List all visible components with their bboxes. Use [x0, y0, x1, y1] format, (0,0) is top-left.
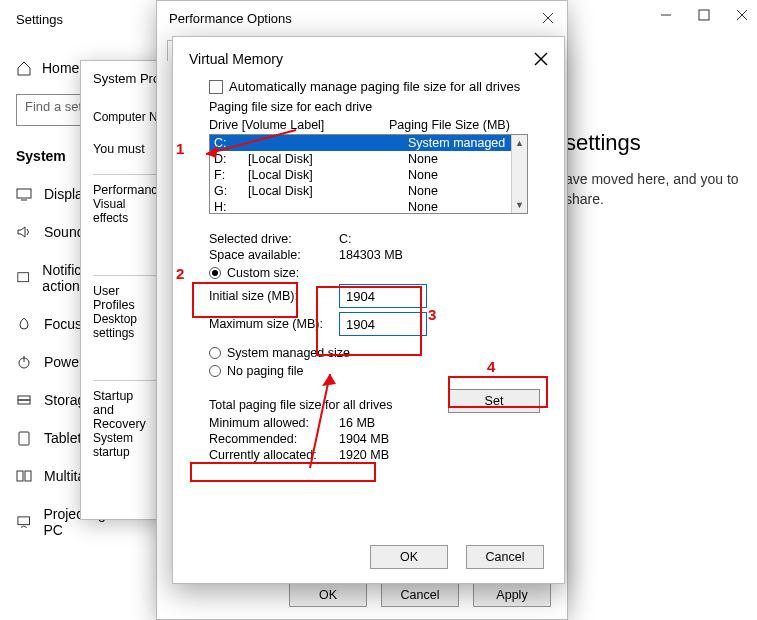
- no-paging-radio-row[interactable]: No paging file: [209, 364, 528, 378]
- drive-label: [Local Disk]: [248, 168, 408, 182]
- col-size: Paging File Size (MB): [389, 118, 510, 132]
- set-button[interactable]: Set: [448, 389, 540, 413]
- perfopt-title: Performance Options: [169, 11, 292, 26]
- ok-button[interactable]: OK: [370, 545, 448, 569]
- initial-size-label: Initial size (MB):: [209, 289, 339, 303]
- drive-size: System managed: [408, 136, 523, 150]
- startup-heading: Startup and Recovery: [93, 389, 157, 431]
- svg-rect-6: [18, 273, 29, 282]
- drive-size: None: [408, 152, 523, 166]
- paging-section-label: Paging file size for each drive: [209, 100, 548, 114]
- space-available-row: Space available: 184303 MB: [209, 248, 528, 262]
- startup-section: Startup and Recovery System startup: [93, 380, 157, 459]
- perf-section: Performance Visual effects: [93, 174, 157, 225]
- system-managed-radio-row[interactable]: System managed size: [209, 346, 528, 360]
- svg-rect-11: [19, 432, 29, 445]
- svg-rect-9: [18, 396, 30, 400]
- scroll-down-icon[interactable]: ▼: [512, 197, 527, 213]
- drive-row[interactable]: C: System managed: [210, 135, 527, 151]
- sysprops-tab[interactable]: Computer Name: [93, 110, 157, 124]
- perf-heading: Performance: [93, 183, 157, 197]
- drive-row[interactable]: G: [Local Disk] None: [210, 183, 527, 199]
- selected-drive-label: Selected drive:: [209, 232, 339, 246]
- svg-rect-4: [17, 189, 31, 198]
- system-managed-radio[interactable]: [209, 347, 221, 359]
- vmem-title: Virtual Memory: [189, 51, 283, 67]
- drive-letter: D:: [214, 152, 248, 166]
- close-icon[interactable]: [534, 52, 548, 66]
- virtual-memory-dialog: Virtual Memory Automatically manage pagi…: [172, 36, 565, 584]
- no-paging-radio[interactable]: [209, 365, 221, 377]
- maximum-size-row: Maximum size (MB):: [209, 312, 528, 336]
- custom-size-radio-row[interactable]: Custom size:: [209, 266, 528, 280]
- maximum-size-label: Maximum size (MB):: [209, 317, 339, 331]
- recommended-label: Recommended:: [209, 432, 339, 446]
- close-icon[interactable]: [735, 8, 749, 22]
- svg-rect-12: [17, 471, 23, 481]
- recommended-value: 1904 MB: [339, 432, 389, 446]
- initial-size-input[interactable]: [339, 284, 427, 308]
- drive-label: [Local Disk]: [248, 184, 408, 198]
- user-section: User Profiles Desktop settings: [93, 275, 157, 340]
- recommended-row: Recommended: 1904 MB: [209, 432, 528, 446]
- no-paging-label: No paging file: [227, 364, 303, 378]
- drive-letter: G:: [214, 184, 248, 198]
- auto-manage-row[interactable]: Automatically manage paging file size fo…: [209, 79, 548, 94]
- space-value: 184303 MB: [339, 248, 403, 262]
- display-icon: [16, 186, 32, 202]
- drive-list-header: Drive [Volume Label] Paging File Size (M…: [209, 118, 528, 132]
- maximum-size-input[interactable]: [339, 312, 427, 336]
- scroll-up-icon[interactable]: ▲: [512, 135, 527, 151]
- svg-rect-13: [25, 471, 31, 481]
- drive-letter: C:: [214, 136, 248, 150]
- close-icon[interactable]: [541, 11, 555, 25]
- col-drive: Drive [Volume Label]: [209, 118, 389, 132]
- drive-row[interactable]: H: None: [210, 199, 527, 214]
- user-heading: User Profiles: [93, 284, 157, 312]
- content-heading: settings: [565, 130, 741, 156]
- projecting-icon: [16, 514, 31, 530]
- home-icon: [16, 60, 32, 76]
- content-body: ave moved here, and you to share.: [565, 170, 741, 209]
- auto-manage-checkbox[interactable]: [209, 80, 223, 94]
- sysprops-title: System Properties: [93, 71, 157, 86]
- apply-button[interactable]: Apply: [473, 583, 551, 607]
- drive-list[interactable]: C: System managed D: [Local Disk] None F…: [209, 134, 528, 214]
- search-input[interactable]: Find a setting: [16, 94, 84, 126]
- drive-letter: H:: [214, 200, 248, 214]
- drive-label: [Local Disk]: [248, 152, 408, 166]
- sound-icon: [16, 224, 32, 240]
- custom-size-label: Custom size:: [227, 266, 299, 280]
- sysprops-text: You must: [93, 142, 157, 156]
- window-controls: [659, 8, 749, 22]
- minimize-icon[interactable]: [659, 8, 673, 22]
- drive-size: None: [408, 168, 523, 182]
- settings-content: settings ave moved here, and you to shar…: [565, 130, 741, 209]
- currently-allocated-row: Currently allocated: 1920 MB: [209, 448, 528, 462]
- cancel-button[interactable]: Cancel: [466, 545, 544, 569]
- settings-app-title: Settings: [16, 12, 63, 27]
- custom-size-radio[interactable]: [209, 267, 221, 279]
- drive-row[interactable]: F: [Local Disk] None: [210, 167, 527, 183]
- svg-rect-10: [18, 400, 30, 404]
- drive-letter: F:: [214, 168, 248, 182]
- drive-row[interactable]: D: [Local Disk] None: [210, 151, 527, 167]
- svg-rect-14: [18, 517, 30, 525]
- user-body: Desktop settings: [93, 312, 157, 340]
- multitasking-icon: [16, 468, 32, 484]
- home-label: Home: [42, 60, 79, 76]
- focus-icon: [16, 316, 32, 332]
- svg-rect-1: [699, 10, 709, 20]
- maximize-icon[interactable]: [697, 8, 711, 22]
- system-managed-label: System managed size: [227, 346, 350, 360]
- scrollbar[interactable]: ▲ ▼: [511, 135, 527, 213]
- auto-manage-label: Automatically manage paging file size fo…: [229, 79, 520, 94]
- space-label: Space available:: [209, 248, 339, 262]
- perf-body: Visual effects: [93, 197, 157, 225]
- ok-button[interactable]: OK: [289, 583, 367, 607]
- storage-icon: [16, 392, 32, 408]
- minimum-label: Minimum allowed:: [209, 416, 339, 430]
- currently-allocated-value: 1920 MB: [339, 448, 389, 462]
- cancel-button[interactable]: Cancel: [381, 583, 459, 607]
- minimum-row: Minimum allowed: 16 MB: [209, 416, 528, 430]
